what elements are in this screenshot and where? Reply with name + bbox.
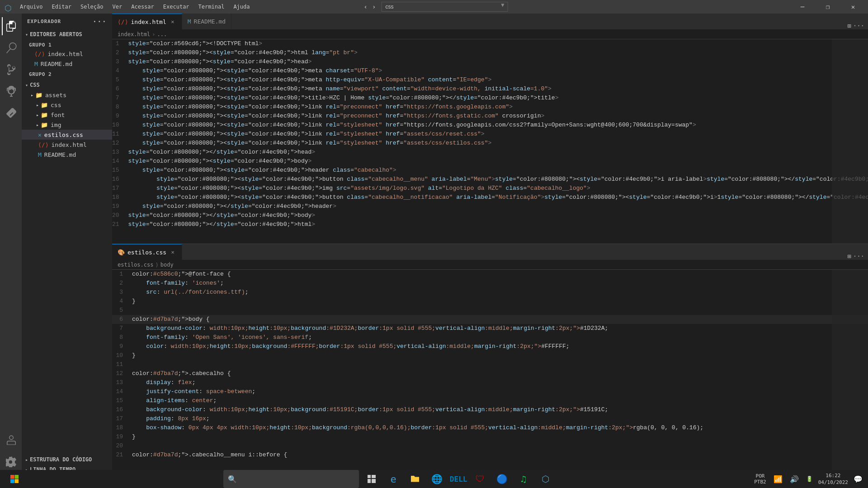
- minimize-button[interactable]: ─: [792, 0, 813, 14]
- restore-button[interactable]: ❐: [817, 0, 838, 14]
- vscode-logo-icon: ⬡: [5, 3, 12, 10]
- back-arrow-icon[interactable]: ‹: [362, 2, 369, 11]
- menu-bar: Arquivo Editar Seleção Ver Acessar Execu…: [15, 2, 255, 12]
- search-input[interactable]: [381, 2, 508, 12]
- menu-ver[interactable]: Ver: [108, 2, 127, 12]
- menu-executar[interactable]: Executar: [159, 2, 194, 12]
- titlebar-window-controls: ─ ❐ ✕: [792, 0, 863, 14]
- title-bar: ⬡ Arquivo Editar Seleção Ver Acessar Exe…: [0, 0, 868, 14]
- search-bar: ‹ › ▼: [360, 0, 508, 14]
- titlebar-left: ⬡ Arquivo Editar Seleção Ver Acessar Exe…: [5, 2, 255, 12]
- menu-ajuda[interactable]: Ajuda: [229, 2, 254, 12]
- search-dropdown-icon[interactable]: ▼: [501, 2, 504, 8]
- menu-terminal[interactable]: Terminal: [194, 2, 229, 12]
- forward-arrow-icon[interactable]: ›: [370, 2, 377, 11]
- menu-editar[interactable]: Editar: [47, 2, 76, 12]
- close-button[interactable]: ✕: [843, 0, 863, 14]
- menu-arquivo[interactable]: Arquivo: [15, 2, 47, 12]
- search-nav: ‹ ›: [362, 2, 378, 11]
- menu-selecao[interactable]: Seleção: [76, 2, 108, 12]
- menu-acessar[interactable]: Acessar: [127, 2, 159, 12]
